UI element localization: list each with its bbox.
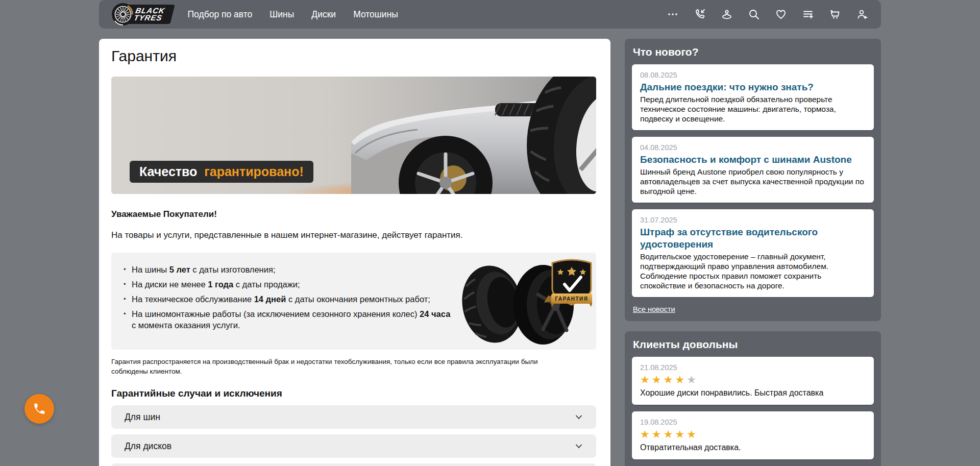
news-date: 08.08.2025 [640,70,866,80]
all-news-link[interactable]: Все новости [633,305,675,313]
news-panel-title: Что нового? [633,46,873,58]
accordion-for-wheels[interactable]: Для дисков [111,434,596,458]
warranty-term-maintenance: На техническое обслуживание 14 дней с да… [119,293,451,305]
blacktyres-logo[interactable]: BLACK TYRES [111,3,173,26]
tire-with-warranty-badge-image: ГАРАНТИЯ [460,256,592,348]
news-card: 04.08.2025 Безопасность и комфорт с шина… [632,137,874,203]
news-text: Водительское удостоверение – главный док… [640,252,866,290]
callback-phone-icon[interactable] [693,8,706,21]
intro-text: На товары и услуги, представленные в наш… [111,230,596,240]
reviews-panel-title: Клиенты довольны [633,338,873,351]
phone-icon [33,402,46,415]
review-card: 19.08.2025 ★★★★★ Отвратительная доставка… [632,411,874,459]
main-menu: Подбор по авто Шины Диски Мотошины [188,9,398,20]
warranty-term-mounting: На шиномонтажные работы (за исключением … [119,308,451,331]
section-title-cases: Гарантийные случаи и исключения [111,387,596,400]
accordion-for-wheels-label: Для дисков [125,441,172,452]
account-login-icon[interactable] [855,8,869,21]
warranty-banner: Качество гарантировано! [111,77,596,194]
pickup-points-icon[interactable] [720,8,733,21]
review-text: Хорошие диски понравились. Быстрая доста… [640,388,866,398]
call-button[interactable] [24,394,54,424]
warranty-note: Гарантия распространяется на производств… [111,357,573,376]
favorites-heart-icon[interactable] [774,8,788,21]
review-date: 19.08.2025 [640,418,866,427]
page-title: Гарантия [111,47,596,65]
content-row: Гарантия [99,39,881,466]
news-text: Шинный бренд Austone приобрел свою попул… [640,167,866,196]
news-card: 31.07.2025 Штраф за отсутствие водительс… [632,209,874,297]
news-link-long-trips[interactable]: Дальние поездки: что нужно знать? [640,81,866,93]
sidebar: Что нового? 08.08.2025 Дальние поездки: … [625,39,881,466]
news-date: 31.07.2025 [640,215,866,225]
nav-item-shiny[interactable]: Шины [270,9,294,20]
warranty-term-tires: На шины 5 лет с даты изготовления; [119,264,451,275]
news-date: 04.08.2025 [640,143,866,152]
star-rating: ★★★★★ [640,374,866,386]
banner-label-orange: гарантировано! [204,164,303,179]
accordion-for-tires[interactable]: Для шин [111,405,596,429]
warranty-terms-box: На шины 5 лет с даты изготовления; На ди… [111,253,596,350]
accordion-for-tires-label: Для шин [125,412,160,423]
top-navigation-bar: BLACK TYRES Подбор по авто Шины Диски Мо… [99,0,881,29]
news-text: Перед длительной поездкой обязательно пр… [640,94,866,124]
star-rating: ★★★★★ [640,428,866,440]
reviews-panel: Клиенты довольны 21.08.2025 ★★★★★ Хороши… [625,331,881,466]
warranty-term-wheels: На диски не менее 1 года с даты продажи; [119,279,451,290]
review-card: 21.08.2025 ★★★★★ Хорошие диски понравили… [632,357,874,405]
tire-wheel-logo-icon [111,3,135,26]
banner-quality-label: Качество гарантировано! [130,161,313,183]
page: BLACK TYRES Подбор по авто Шины Диски Мо… [99,0,881,466]
nav-item-podbor-po-avto[interactable]: Подбор по авто [188,9,253,20]
review-date: 21.08.2025 [640,363,866,372]
chevron-down-icon [575,442,583,450]
nav-item-diski[interactable]: Диски [311,9,336,20]
topbar-icons [666,8,869,21]
cart-icon[interactable] [828,8,842,21]
news-link-license-fine[interactable]: Штраф за отсутствие водительского удосто… [640,226,866,251]
search-icon[interactable] [747,8,761,21]
compare-list-icon[interactable] [801,8,815,21]
news-link-austone[interactable]: Безопасность и комфорт с шинами Austone [640,154,866,166]
warranty-terms-list: На шины 5 лет с даты изготовления; На ди… [119,264,451,331]
nav-item-motoshiny[interactable]: Мотошины [353,9,398,20]
news-card: 08.08.2025 Дальние поездки: что нужно зн… [632,64,874,130]
warranty-page-card: Гарантия [99,39,610,466]
logo-text-tyres: TYRES [133,14,164,21]
more-options-icon[interactable] [666,8,679,21]
review-text: Отвратительная доставка. [640,443,866,453]
greeting-text: Уважаемые Покупатели! [111,209,596,219]
warranty-badge-label: ГАРАНТИЯ [555,296,589,302]
news-panel: Что нового? 08.08.2025 Дальние поездки: … [625,39,881,321]
banner-label-white: Качество [139,164,197,179]
chevron-down-icon [575,413,583,421]
accordion-third[interactable] [111,463,596,466]
